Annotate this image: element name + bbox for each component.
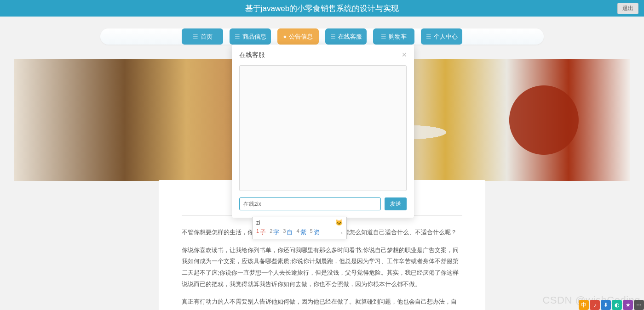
send-button[interactable]: 发送: [385, 197, 407, 210]
ime-candidate[interactable]: 1 子: [256, 228, 266, 237]
tray-icon[interactable]: ★: [623, 300, 633, 310]
ime-candidate[interactable]: 5 资: [310, 228, 320, 237]
ime-candidate[interactable]: 2 字: [270, 228, 279, 237]
ime-header: zi 🐱: [253, 217, 346, 227]
sogou-icon: 🐱: [335, 219, 343, 226]
modal-overlay: 在线客服 × 发送: [0, 0, 644, 310]
ime-pinyin: zi: [256, 220, 260, 226]
ime-candidate[interactable]: 3 自: [283, 228, 293, 237]
tray-icon[interactable]: ♪: [590, 300, 600, 310]
ime-candidate[interactable]: 4 紫: [296, 228, 306, 237]
message-input[interactable]: [239, 197, 381, 210]
tray-icon[interactable]: ⬇: [601, 300, 611, 310]
modal-title: 在线客服: [239, 51, 265, 59]
modal-footer: 发送: [232, 197, 414, 218]
message-history[interactable]: [239, 65, 407, 191]
ime-panel[interactable]: zi 🐱 1 子 2 字 3 自 4 紫 5 资 ›: [252, 217, 347, 239]
tray-icon[interactable]: ◐: [612, 300, 622, 310]
customer-service-modal: 在线客服 × 发送: [232, 45, 414, 218]
modal-header: 在线客服 ×: [232, 45, 414, 65]
close-icon[interactable]: ×: [402, 50, 407, 60]
chevron-right-icon[interactable]: ›: [341, 229, 343, 236]
tray-icon[interactable]: ⋯: [634, 300, 644, 310]
tray-icon[interactable]: 中: [579, 300, 589, 310]
ime-candidates: 1 子 2 字 3 自 4 紫 5 资 ›: [253, 227, 346, 239]
taskbar-tray: 中 ♪ ⬇ ◐ ★ ⋯: [579, 300, 644, 310]
